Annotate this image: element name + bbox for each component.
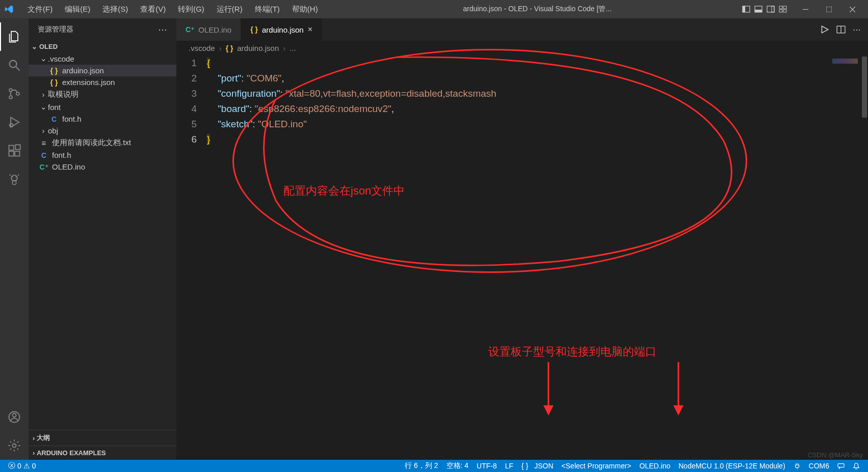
status-plug-icon[interactable] [790,462,805,469]
folder-font[interactable]: ⌄ font [29,101,176,113]
status-errors[interactable]: ⓧ0 ⚠0 [4,461,40,470]
minimap[interactable] [819,55,860,460]
scrollbar-thumb[interactable] [862,57,867,118]
tab-label: OLED.ino [198,25,231,34]
explorer-icon[interactable] [0,22,29,51]
colon: : [241,73,247,84]
menu-view[interactable]: 查看(V) [134,5,172,14]
json-key-board: "board" [218,103,249,114]
accounts-icon[interactable] [0,403,29,431]
vertical-scrollbar[interactable] [861,55,868,460]
file-label: OLED.ino [52,162,85,171]
sidebar-header: 资源管理器 ⋯ [29,18,176,41]
folder-qumo[interactable]: › 取模说明 [29,88,176,101]
menu-file[interactable]: 文件(F) [21,5,59,14]
svg-point-29 [13,444,16,448]
run-icon[interactable] [820,25,829,34]
toggle-panel-right-icon[interactable] [765,4,776,15]
status-port[interactable]: COM6 [805,462,833,470]
status-programmer[interactable]: <Select Programmer> [558,462,636,470]
project-root[interactable]: ⌄ OLED [29,41,176,52]
status-bell-icon[interactable] [849,462,864,469]
toggle-panel-left-icon[interactable] [741,4,752,15]
breadcrumb[interactable]: .vscode › { } arduino.json › ... [176,41,868,55]
more-actions-icon[interactable]: ⋯ [853,25,861,35]
arduino-examples-section[interactable]: › ARDUINO EXAMPLES [29,446,176,460]
svg-rect-18 [9,146,14,150]
status-encoding[interactable]: UTF-8 [472,462,501,470]
editor-area: C⁺ OLED.ino { } arduino.json × ⋯ .vscode… [176,18,868,460]
toggle-panel-bottom-icon[interactable] [753,4,764,15]
folder-label: font [48,103,61,112]
status-lang-label: JSON [534,462,553,470]
json-value-port: "COM6" [247,73,281,84]
arduino-icon[interactable] [0,165,29,193]
json-key-sketch: "sketch" [218,119,252,129]
breadcrumb-folder[interactable]: .vscode [189,44,215,52]
folder-obj[interactable]: › obj [29,125,176,136]
close-tab-icon[interactable]: × [308,25,312,34]
menu-select[interactable]: 选择(S) [96,5,134,14]
comma: , [391,103,394,114]
breadcrumb-more[interactable]: ... [290,44,296,52]
ino-file-icon: C⁺ [186,25,194,34]
run-debug-icon[interactable] [0,108,29,136]
titlebar: 文件(F) 编辑(E) 选择(S) 查看(V) 转到(G) 运行(R) 终端(T… [0,0,868,18]
status-eol[interactable]: LF [501,462,517,470]
file-oled-ino[interactable]: C⁺ OLED.ino [29,161,176,173]
file-font-h-inner[interactable]: C font.h [29,113,176,125]
layout-controls [741,4,788,15]
tab-arduino-json[interactable]: { } arduino.json × [241,18,322,41]
menu-go[interactable]: 转到(G) [172,5,211,14]
extensions-icon[interactable] [0,136,29,165]
menu-terminal[interactable]: 终端(T) [249,5,286,14]
minimize-button[interactable] [794,0,817,18]
file-arduino-json[interactable]: { } arduino.json [29,65,176,76]
sidebar-more-icon[interactable]: ⋯ [158,24,167,35]
svg-line-25 [10,175,11,176]
outline-section[interactable]: › 大纲 [29,430,176,446]
svg-rect-20 [15,151,19,156]
line-number: 4 [176,101,197,117]
split-editor-icon[interactable] [836,25,846,34]
folder-vscode[interactable]: ⌄ .vscode [29,52,176,65]
folder-label: obj [48,126,58,135]
menu-run[interactable]: 运行(R) [211,5,249,14]
json-value-sketch: "OLED.ino" [258,119,307,129]
maximize-button[interactable] [817,0,840,18]
svg-rect-4 [767,6,774,12]
svg-line-26 [18,175,19,176]
json-value-board: "esp8266:esp8266:nodemcuv2" [255,103,391,114]
file-label: arduino.json [62,66,104,75]
svg-point-23 [12,176,13,177]
status-board[interactable]: NodeMCU 1.0 (ESP-12E Module) [674,462,789,470]
menu-help[interactable]: 帮助(H) [286,5,324,14]
customize-layout-icon[interactable] [777,4,788,15]
file-font-h[interactable]: C font.h [29,149,176,161]
svg-rect-8 [779,10,782,12]
settings-gear-icon[interactable] [0,431,29,460]
menu-edit[interactable]: 编辑(E) [59,5,96,14]
status-sketch[interactable]: OLED.ino [636,462,675,470]
file-extensions-json[interactable]: { } extensions.json [29,76,176,88]
breadcrumb-file[interactable]: arduino.json [238,44,279,52]
status-indent[interactable]: 空格: 4 [442,461,473,470]
line-number: 3 [176,86,197,101]
chevron-down-icon: ⌄ [39,102,48,112]
editor-tabs: C⁺ OLED.ino { } arduino.json × ⋯ [176,18,868,41]
svg-rect-1 [743,6,745,12]
close-button[interactable] [840,0,864,18]
tab-oled-ino[interactable]: C⁺ OLED.ino [176,18,241,41]
explorer-tree: ⌄ OLED ⌄ .vscode { } arduino.json { } ex… [29,41,176,173]
file-readme-txt[interactable]: ≡ 使用前请阅读此文档.txt [29,136,176,149]
json-icon: { } [521,462,528,470]
status-line-col[interactable]: 行 6，列 2 [401,461,442,470]
source-control-icon[interactable] [0,79,29,108]
status-feedback-icon[interactable] [833,462,849,469]
warning-icon: ⚠ [23,462,30,470]
code-editor[interactable]: 1 2 3 4 5 6 { "port": "COM6", "configura… [176,55,868,460]
search-icon[interactable] [0,51,29,79]
status-language[interactable]: { } JSON [517,462,557,470]
code-content[interactable]: { "port": "COM6", "configuration": "xtal… [207,55,868,460]
arduino-examples-label: ARDUINO EXAMPLES [37,449,106,457]
